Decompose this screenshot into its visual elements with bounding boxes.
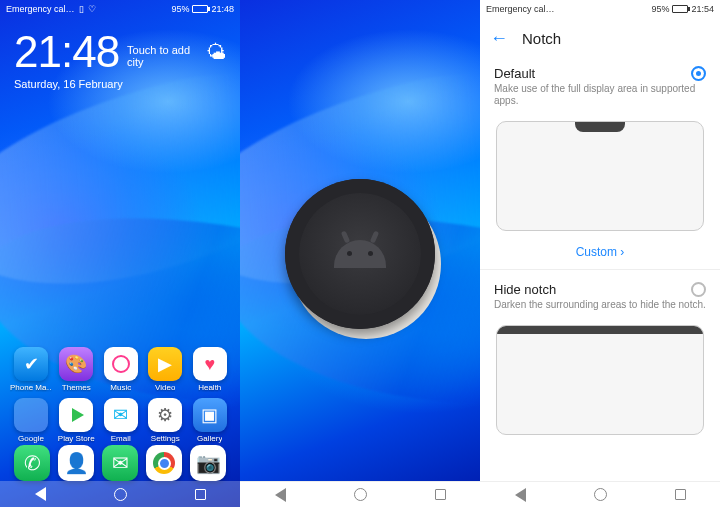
app-music[interactable]: Music — [101, 347, 142, 392]
app-label: Play Store — [58, 434, 95, 443]
app-label: Music — [110, 383, 131, 392]
app-label: Video — [155, 383, 175, 392]
status-bar: Emergency cal… 95% 21:54 — [480, 0, 720, 18]
radio-default[interactable] — [691, 66, 706, 81]
health-icon: ♥ — [193, 347, 227, 381]
themes-icon: 🎨 — [59, 347, 93, 381]
google-folder-icon — [14, 398, 48, 432]
clock-date: Saturday, 16 February — [14, 78, 226, 90]
app-label: Themes — [62, 383, 91, 392]
nav-home-button[interactable] — [112, 486, 128, 502]
settings-icon: ⚙ — [148, 398, 182, 432]
hotspot-icon: ♡ — [88, 4, 96, 14]
gallery-icon: ▣ — [193, 398, 227, 432]
option-default-title: Default — [494, 66, 691, 81]
app-video[interactable]: ▶Video — [145, 347, 186, 392]
dock-chrome[interactable] — [146, 445, 182, 481]
nav-back-button[interactable] — [512, 487, 528, 503]
app-themes[interactable]: 🎨Themes — [56, 347, 97, 392]
dock-messages[interactable]: ✉ — [102, 445, 138, 481]
preview-hide-notch — [496, 325, 704, 435]
status-bar: Emergency cal… ▯ ♡ 95% 21:48 — [0, 0, 240, 18]
back-arrow-icon[interactable]: ← — [490, 28, 508, 49]
clock-widget[interactable]: 21:48 Touch to add city 🌤 Saturday, 16 F… — [0, 18, 240, 90]
app-label: Health — [198, 383, 221, 392]
battery-percent: 95% — [171, 4, 189, 14]
divider — [480, 269, 720, 270]
radio-hide-notch[interactable] — [691, 282, 706, 297]
nav-home-button[interactable] — [352, 487, 368, 503]
app-phone-manager[interactable]: ✔Phone Ma… — [10, 347, 52, 392]
dock: ✆👤✉📷 — [0, 445, 240, 481]
nav-recent-button[interactable] — [432, 487, 448, 503]
add-city-label[interactable]: Touch to add city — [127, 44, 198, 68]
music-icon — [104, 347, 138, 381]
nav-back-button[interactable] — [272, 487, 288, 503]
nav-home-button[interactable] — [592, 487, 608, 503]
weather-icon[interactable]: 🌤 — [206, 41, 226, 64]
option-default[interactable]: Default Make use of the full display are… — [480, 58, 720, 111]
video-icon: ▶ — [148, 347, 182, 381]
page-title: Notch — [522, 30, 561, 47]
status-time: 21:54 — [691, 4, 714, 14]
app-label: Gallery — [197, 434, 222, 443]
sim-icon: ▯ — [79, 4, 84, 14]
nav-recent-button[interactable] — [672, 487, 688, 503]
option-hide-notch[interactable]: Hide notch Darken the surrounding areas … — [480, 274, 720, 315]
app-label: Settings — [151, 434, 180, 443]
app-label: Email — [111, 434, 131, 443]
app-label: Phone Ma… — [10, 383, 52, 392]
app-grid: ✔Phone Ma…🎨ThemesMusic▶Video♥HealthGoogl… — [0, 347, 240, 443]
app-email[interactable]: ✉Email — [101, 398, 142, 443]
dock-camera[interactable]: 📷 — [190, 445, 226, 481]
dock-contacts[interactable]: 👤 — [58, 445, 94, 481]
nav-bar — [480, 481, 720, 507]
battery-percent: 95% — [651, 4, 669, 14]
app-health[interactable]: ♥Health — [190, 347, 231, 392]
android-oreo-logo[interactable] — [285, 179, 435, 329]
custom-link[interactable]: Custom › — [480, 239, 720, 269]
status-emergency-text: Emergency cal… — [6, 4, 75, 14]
nav-back-button[interactable] — [32, 486, 48, 502]
home-screen-panel: Emergency cal… ▯ ♡ 95% 21:48 21:48 Touch… — [0, 0, 240, 507]
nav-recent-button[interactable] — [192, 486, 208, 502]
oreo-panel — [240, 0, 480, 507]
email-icon: ✉ — [104, 398, 138, 432]
option-default-subtitle: Make use of the full display area in sup… — [494, 83, 706, 107]
preview-default — [496, 121, 704, 231]
dock-dialer[interactable]: ✆ — [14, 445, 50, 481]
option-hide-title: Hide notch — [494, 282, 691, 297]
status-emergency-text: Emergency cal… — [486, 4, 555, 14]
notch-settings-panel: Emergency cal… 95% 21:54 ← Notch Default… — [480, 0, 720, 507]
app-label: Google — [18, 434, 44, 443]
nav-bar — [240, 481, 480, 507]
option-hide-subtitle: Darken the surrounding areas to hide the… — [494, 299, 706, 311]
clock-time: 21:48 — [14, 30, 119, 74]
nav-bar — [0, 481, 240, 507]
app-gallery[interactable]: ▣Gallery — [190, 398, 231, 443]
app-google-folder[interactable]: Google — [10, 398, 52, 443]
status-time: 21:48 — [211, 4, 234, 14]
settings-header: ← Notch — [480, 18, 720, 58]
battery-icon — [672, 5, 688, 13]
app-settings[interactable]: ⚙Settings — [145, 398, 186, 443]
phone-manager-icon: ✔ — [14, 347, 48, 381]
app-play-store[interactable]: Play Store — [56, 398, 97, 443]
chevron-right-icon: › — [620, 245, 624, 259]
battery-icon — [192, 5, 208, 13]
play-store-icon — [59, 398, 93, 432]
android-head-icon — [334, 240, 386, 268]
